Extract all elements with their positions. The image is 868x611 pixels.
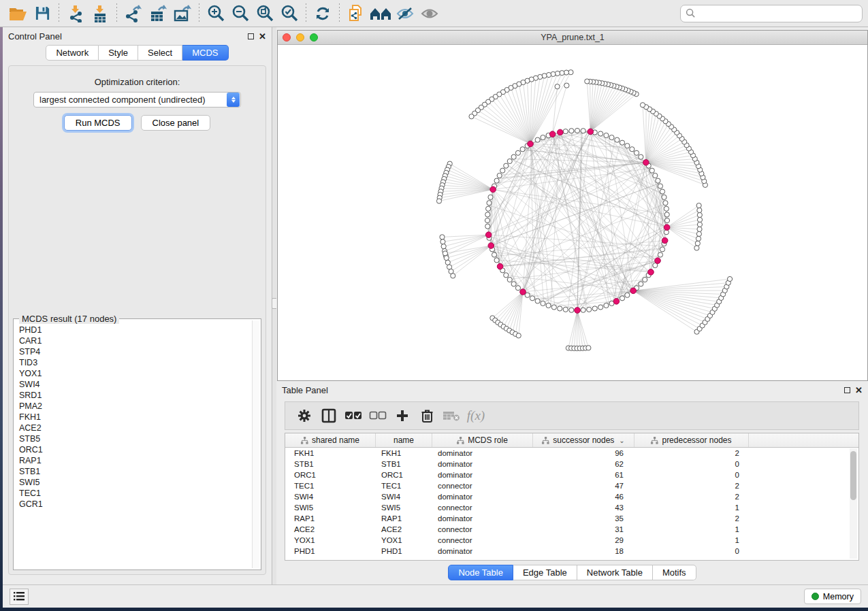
table-cell[interactable]: 31 [533,525,634,533]
table-cell[interactable]: ORC1 [376,471,432,479]
table-cell[interactable]: 0 [634,471,749,479]
table-cell[interactable]: ORC1 [285,471,376,479]
table-cell[interactable]: 62 [533,460,634,468]
network-canvas[interactable] [278,45,867,380]
table-cell[interactable]: 35 [533,514,634,523]
export-table-button[interactable] [146,2,170,25]
table-cell[interactable]: FKH1 [376,449,432,457]
hide-eye-button[interactable] [393,2,417,25]
table-cell[interactable]: dominator [432,449,533,457]
table-row[interactable]: ACE2ACE2connector311 [285,524,858,535]
close-panel-icon[interactable]: ✕ [855,386,863,395]
zoom-out-button[interactable] [228,2,253,25]
close-panel-button[interactable]: Close panel [141,115,211,131]
mcds-node-item[interactable]: STB1 [16,466,251,477]
table-cell[interactable]: ACE2 [285,525,376,533]
table-row[interactable]: SWI4SWI4dominator462 [285,491,858,502]
add-column-button[interactable] [391,405,413,427]
table-cell[interactable]: dominator [432,460,533,468]
table-cell[interactable]: 18 [533,547,634,555]
table-cell[interactable]: dominator [432,493,533,501]
mcds-node-item[interactable]: GCR1 [16,499,251,510]
mcds-node-item[interactable]: FKH1 [16,412,251,423]
tab-select[interactable]: Select [138,45,182,61]
mcds-node-item[interactable]: SRD1 [16,390,251,401]
table-cell[interactable]: dominator [432,547,533,555]
table-cell[interactable]: 47 [533,482,634,490]
table-cell[interactable]: SWI4 [285,493,376,501]
table-cell[interactable]: 0 [634,460,749,468]
table-row[interactable]: PHD1PHD1dominator180 [285,546,858,557]
table-cell[interactable]: connector [432,525,533,533]
save-button[interactable] [30,2,54,25]
function-builder-button[interactable]: f(x) [465,405,487,427]
table-cell[interactable]: SWI5 [285,503,376,512]
table-cell[interactable]: PHD1 [285,547,376,555]
column-header-name[interactable]: name [376,433,432,447]
table-cell[interactable]: dominator [432,514,533,523]
mcds-node-item[interactable]: CAR1 [16,335,251,346]
unselect-all-button[interactable] [367,405,389,427]
mcds-node-item[interactable]: TEC1 [16,488,251,499]
float-panel-icon[interactable] [844,387,850,393]
table-cell[interactable]: 1 [634,503,749,512]
table-cell[interactable]: ACE2 [376,525,432,533]
table-row[interactable]: ORC1ORC1dominator610 [285,469,858,480]
export-image-button[interactable] [170,2,195,25]
float-panel-icon[interactable] [248,33,254,39]
import-network-button[interactable] [63,2,88,25]
select-all-button[interactable] [342,405,364,427]
table-cell[interactable]: connector [432,536,533,544]
mcds-result-list[interactable]: PHD1CAR1STP4TID3YOX1SWI4SRD1PMA2FKH1ACE2… [16,325,251,568]
table-cell[interactable]: connector [432,482,533,490]
column-header-predecessor-nodes[interactable]: predecessor nodes [634,433,749,447]
table-cell[interactable]: RAP1 [376,514,432,523]
show-eye-button[interactable] [417,2,442,25]
tab-network-table[interactable]: Network Table [577,565,653,580]
mcds-node-item[interactable]: PMA2 [16,401,251,412]
column-header-shared-name[interactable]: shared name [285,433,376,447]
table-row[interactable]: RAP1RAP1dominator352 [285,513,858,524]
search-input[interactable] [696,8,857,18]
table-cell[interactable]: 2 [634,493,749,501]
table-cell[interactable]: dominator [432,471,533,479]
mcds-node-item[interactable]: PHD1 [16,325,251,335]
delete-column-button[interactable] [416,405,438,427]
table-cell[interactable]: SWI5 [376,503,432,512]
table-row[interactable]: FKH1FKH1dominator962 [285,448,858,459]
mcds-node-item[interactable]: SWI5 [16,477,251,488]
mcds-node-item[interactable]: TID3 [16,357,251,368]
table-cell[interactable]: TEC1 [376,482,432,490]
table-cell[interactable]: STB1 [376,460,432,468]
table-cell[interactable]: 61 [533,471,634,479]
refresh-button[interactable] [310,2,335,25]
close-panel-icon[interactable]: ✕ [259,32,266,41]
settings-button[interactable] [293,405,315,427]
mcds-node-item[interactable]: ORC1 [16,444,251,455]
tab-motifs[interactable]: Motifs [653,565,696,580]
table-row[interactable]: SWI5SWI5connector431 [285,502,858,513]
column-header-MCDS-role[interactable]: MCDS role [432,433,533,447]
table-cell[interactable]: 43 [533,503,634,512]
tab-style[interactable]: Style [99,45,138,61]
table-cell[interactable]: 2 [634,514,749,523]
open-file-button[interactable] [5,2,30,25]
copy-share-button[interactable] [344,2,368,25]
mcds-node-item[interactable]: SWI4 [16,379,251,390]
mcds-node-item[interactable]: ACE2 [16,423,251,433]
table-cell[interactable]: YOX1 [376,536,432,544]
table-scrollbar[interactable] [850,448,857,559]
table-cell[interactable]: 96 [533,449,634,457]
table-cell[interactable]: RAP1 [285,514,376,523]
criterion-select[interactable]: largest connected component (undirected) [33,92,241,108]
import-table-button[interactable] [88,2,112,25]
delete-table-button[interactable] [440,405,462,427]
tab-edge-table[interactable]: Edge Table [513,565,577,580]
houses-button[interactable] [368,2,393,25]
table-row[interactable]: YOX1YOX1connector291 [285,535,858,546]
show-columns-button[interactable] [318,405,340,427]
automation-panel-button[interactable] [10,589,29,605]
tab-network[interactable]: Network [46,45,99,61]
table-cell[interactable]: TEC1 [285,482,376,490]
table-cell[interactable]: STB1 [285,460,376,468]
